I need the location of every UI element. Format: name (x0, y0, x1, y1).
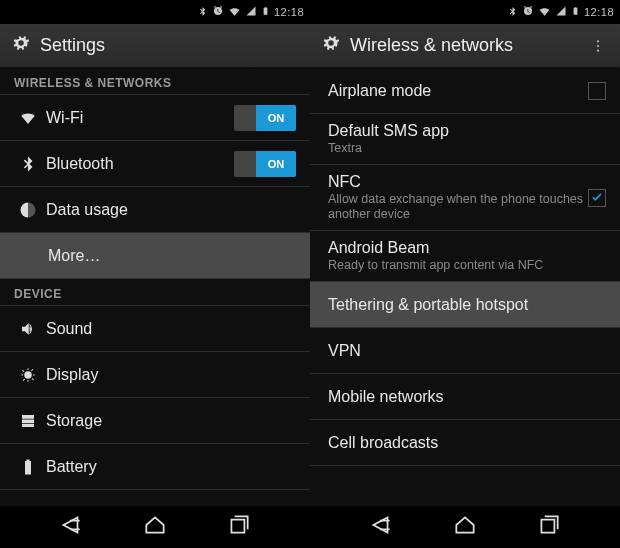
wifi-icon (538, 5, 551, 20)
app-bar: Wireless & networks (310, 24, 620, 68)
row-label: More… (44, 247, 296, 265)
row-label: Default SMS app (328, 122, 606, 140)
row-tethering[interactable]: Tethering & portable hotspot (310, 282, 620, 328)
sound-icon (14, 320, 42, 338)
navigation-bar (310, 506, 620, 548)
svg-point-0 (597, 40, 599, 42)
navigation-bar (0, 506, 310, 548)
back-button[interactable] (58, 512, 84, 542)
row-default-sms[interactable]: Default SMS app Textra (310, 114, 620, 165)
airplane-checkbox[interactable] (588, 82, 606, 100)
section-device-header: DEVICE (0, 279, 310, 306)
row-sublabel: Textra (328, 141, 606, 156)
row-android-beam[interactable]: Android Beam Ready to transmit app conte… (310, 231, 620, 282)
row-data-usage[interactable]: Data usage (0, 187, 310, 233)
page-title: Wireless & networks (350, 35, 578, 56)
recent-button[interactable] (226, 512, 252, 542)
status-bar: 12:18 (0, 0, 310, 24)
row-label: Mobile networks (324, 388, 606, 406)
status-bar: 12:18 (310, 0, 620, 24)
display-icon (14, 366, 42, 384)
row-label: Display (42, 366, 296, 384)
row-airplane-mode[interactable]: Airplane mode (310, 68, 620, 114)
row-label: Wi-Fi (42, 109, 234, 127)
home-button[interactable] (142, 512, 168, 542)
row-label: Android Beam (328, 239, 606, 257)
settings-list[interactable]: WIRELESS & NETWORKS Wi-Fi ON Bluetooth O… (0, 68, 310, 506)
bluetooth-toggle[interactable]: ON (234, 151, 296, 177)
row-nfc[interactable]: NFC Allow data exchange when the phone t… (310, 165, 620, 231)
row-cell-broadcasts[interactable]: Cell broadcasts (310, 420, 620, 466)
row-text: Android Beam Ready to transmit app conte… (324, 239, 606, 273)
page-title: Settings (40, 35, 300, 56)
alarm-icon (212, 5, 224, 19)
settings-screen: 12:18 Settings WIRELESS & NETWORKS Wi-Fi… (0, 0, 310, 548)
svg-point-2 (597, 49, 599, 51)
alarm-icon (522, 5, 534, 19)
wireless-networks-screen: 12:18 Wireless & networks Airplane mode … (310, 0, 620, 548)
row-vpn[interactable]: VPN (310, 328, 620, 374)
row-text: NFC Allow data exchange when the phone t… (324, 173, 588, 222)
row-more[interactable]: More… (0, 233, 310, 279)
battery-icon (261, 4, 270, 20)
app-bar: Settings (0, 24, 310, 68)
row-sublabel: Allow data exchange when the phone touch… (328, 192, 588, 222)
wifi-icon (14, 109, 42, 127)
row-mobile-networks[interactable]: Mobile networks (310, 374, 620, 420)
svg-point-1 (597, 44, 599, 46)
row-label: Cell broadcasts (324, 434, 606, 452)
wireless-list[interactable]: Airplane mode Default SMS app Textra NFC… (310, 68, 620, 506)
row-wifi[interactable]: Wi-Fi ON (0, 95, 310, 141)
recent-button[interactable] (536, 512, 562, 542)
nfc-checkbox[interactable] (588, 189, 606, 207)
row-label: Data usage (42, 201, 296, 219)
battery-icon (571, 4, 580, 20)
settings-icon (10, 32, 32, 59)
wifi-toggle[interactable]: ON (234, 105, 296, 131)
clock: 12:18 (584, 6, 614, 18)
storage-icon (14, 412, 42, 430)
row-battery[interactable]: Battery (0, 444, 310, 490)
row-label: Battery (42, 458, 296, 476)
row-label: Tethering & portable hotspot (324, 296, 606, 314)
apps-icon (14, 504, 42, 507)
row-label: Storage (42, 412, 296, 430)
row-label: NFC (328, 173, 588, 191)
bluetooth-icon (197, 6, 208, 19)
overflow-menu[interactable] (586, 38, 610, 54)
data-usage-icon (14, 201, 42, 219)
row-sound[interactable]: Sound (0, 306, 310, 352)
toggle-label: ON (256, 151, 296, 177)
row-label: Sound (42, 320, 296, 338)
bluetooth-icon (14, 155, 42, 173)
back-button[interactable] (368, 512, 394, 542)
bluetooth-icon (507, 6, 518, 19)
row-display[interactable]: Display (0, 352, 310, 398)
clock: 12:18 (274, 6, 304, 18)
toggle-label: ON (256, 105, 296, 131)
row-text: Default SMS app Textra (324, 122, 606, 156)
battery-icon (14, 458, 42, 476)
signal-icon (245, 5, 257, 19)
row-label: Apps (42, 504, 296, 507)
section-wireless-header: WIRELESS & NETWORKS (0, 68, 310, 95)
row-label: Bluetooth (42, 155, 234, 173)
wifi-icon (228, 5, 241, 20)
signal-icon (555, 5, 567, 19)
row-label: VPN (324, 342, 606, 360)
row-apps[interactable]: Apps (0, 490, 310, 506)
row-label: Airplane mode (324, 82, 588, 100)
settings-icon[interactable] (320, 32, 342, 59)
home-button[interactable] (452, 512, 478, 542)
row-sublabel: Ready to transmit app content via NFC (328, 258, 606, 273)
row-bluetooth[interactable]: Bluetooth ON (0, 141, 310, 187)
row-storage[interactable]: Storage (0, 398, 310, 444)
